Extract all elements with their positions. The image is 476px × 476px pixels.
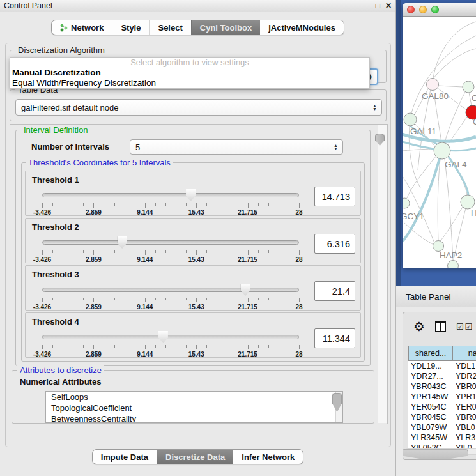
tab-label: jActiveMNodules (268, 23, 335, 33)
table-rows: YDL19...YDL1YDR27...YDR2YBR043CYBR0YPR14… (408, 361, 476, 453)
close-window-icon[interactable]: ✕ (385, 1, 392, 10)
threshold-panel: Threshold 1 -3.4262.8599.14415.4321.7152… (25, 171, 361, 216)
attribute-list-item[interactable]: TopologicalCoefficient (46, 403, 342, 413)
attribute-list-item[interactable]: BetweennessCentrality (46, 413, 342, 423)
screen: Control Panel □ ✕ NetworkStyleSelectCyni… (0, 0, 476, 476)
dropdown-option[interactable]: Manual Discretization (10, 68, 369, 78)
table-row[interactable]: YER054CYER0 (408, 402, 476, 412)
threshold-value-field[interactable] (314, 328, 355, 348)
network-node[interactable] (427, 79, 439, 91)
scrollbar-thumb[interactable] (375, 134, 385, 146)
table-cell: YBR0 (453, 412, 476, 422)
bottom-tab-segments: Impute DataDiscretize DataInfer Network (92, 449, 304, 464)
attributes-scrollbar[interactable] (335, 392, 342, 422)
dropdown-prompt[interactable]: Select algorithm to view settings (10, 58, 369, 68)
attribute-list-item[interactable]: SelfLoops (46, 392, 342, 403)
slider-track[interactable] (42, 288, 299, 292)
slider-thumb[interactable] (186, 189, 196, 201)
slider-thumb[interactable] (118, 236, 127, 249)
threshold-value-field[interactable] (314, 234, 355, 254)
slider-track[interactable] (42, 193, 299, 197)
network-node[interactable] (433, 241, 444, 252)
table-horizontal-scrollbar[interactable] (404, 448, 476, 455)
table-panel-body: ⚙ ☑☑ shared...name YDL19...YDL1YDR27...Y… (396, 307, 476, 476)
network-edge[interactable] (445, 159, 453, 260)
threshold-panel: Threshold 4 -3.4262.8599.14415.4321.7152… (25, 312, 361, 358)
algorithm-dropdown-popup: Select algorithm to view settings Manual… (10, 57, 370, 89)
network-window-titlebar (403, 3, 476, 17)
tab-cyni-toolbox[interactable]: Cyni Toolbox (191, 20, 260, 35)
tab-jactivemnodules[interactable]: jActiveMNodules (260, 20, 344, 35)
settings-vertical-scrollbar[interactable] (378, 125, 387, 423)
table-row[interactable]: YBR045CYBR0 (408, 412, 476, 422)
table-row[interactable]: YLR345WYLR3 (408, 433, 476, 443)
gear-icon[interactable]: ⚙ (413, 320, 425, 333)
slider-ticks (42, 203, 299, 208)
threshold-slider[interactable]: -3.4262.8599.14415.4321.71528 (42, 235, 299, 262)
checkbox-icon[interactable]: ☑ (465, 322, 473, 332)
slider-track[interactable] (42, 240, 299, 245)
zoom-traffic-light-icon[interactable] (431, 6, 439, 13)
network-node[interactable] (434, 142, 450, 159)
group-title: Threshold's Coordinates for 5 Intervals (26, 158, 173, 167)
tab-network[interactable]: Network (52, 20, 112, 35)
network-node[interactable] (448, 261, 459, 268)
network-edge[interactable] (438, 159, 440, 240)
table-row[interactable]: YBR043CYBR0 (408, 381, 476, 392)
table-cell: YBR045C (408, 412, 453, 422)
threshold-panel: Threshold 2 -3.4262.8599.14415.4321.7152… (25, 218, 361, 263)
tab-select[interactable]: Select (149, 20, 190, 35)
dropdown-option[interactable]: Equal Width/Frequency Discretization (10, 78, 369, 88)
table-toolbar: ⚙ ☑☑ (403, 312, 476, 341)
network-node[interactable] (461, 195, 475, 209)
table-column-header[interactable]: shared... (408, 346, 453, 361)
tab-style[interactable]: Style (112, 20, 149, 35)
network-edge[interactable] (438, 86, 463, 87)
network-edge[interactable] (433, 22, 476, 78)
table-row[interactable]: YDR27...YDR2 (408, 371, 476, 381)
slider-thumb[interactable] (241, 284, 250, 296)
tab-infer-network[interactable]: Infer Network (233, 450, 303, 464)
network-node-label: H (471, 208, 476, 218)
threshold-panel: Threshold 3 -3.4262.8599.14415.4321.7152… (25, 265, 361, 311)
table-data-combobox[interactable]: galFiltered.sif default node ▲▼ (15, 99, 382, 116)
network-view-window[interactable]: GAL80GACGAL11GAL4GCY1HHAP2 (403, 3, 476, 268)
slider-thumb[interactable] (158, 331, 168, 343)
slider-track[interactable] (42, 335, 299, 339)
tab-label: Infer Network (242, 452, 295, 462)
columns-icon[interactable] (435, 321, 446, 332)
threshold-value-field[interactable] (314, 281, 355, 301)
threshold-value-field[interactable] (314, 187, 355, 206)
table-data-group: Table Data galFiltered.sif default node … (10, 89, 387, 121)
network-edge[interactable] (433, 49, 476, 79)
minimize-traffic-light-icon[interactable] (419, 6, 427, 13)
window-title: Control Panel (4, 1, 371, 10)
checkbox-icons: ☑☑ (456, 322, 472, 332)
interval-definition-group: Interval Definition Number of Intervals … (15, 130, 371, 366)
threshold-slider[interactable]: -3.4262.8599.14415.4321.71528 (42, 282, 299, 309)
combo-arrows-icon: ▲▼ (372, 104, 377, 111)
table-row[interactable]: YPR145WYPR1 (408, 392, 476, 402)
control-panel-titlebar: Control Panel □ ✕ (0, 0, 395, 12)
number-of-intervals-combobox[interactable]: 5 ▲▼ (130, 139, 343, 155)
desktop-strip (396, 0, 401, 286)
float-window-icon[interactable]: □ (376, 1, 380, 10)
tab-discretize-data[interactable]: Discretize Data (157, 450, 233, 464)
scrollbar-thumb[interactable] (403, 449, 468, 460)
network-graph-canvas[interactable]: GAL80GACGAL11GAL4GCY1HHAP2 (403, 17, 476, 268)
threshold-slider[interactable]: -3.4262.8599.14415.4321.71528 (42, 188, 299, 215)
table-column-header[interactable]: name (453, 346, 476, 361)
slider-tick-labels: -3.4262.8599.14415.4321.71528 (42, 351, 299, 358)
checkbox-icon[interactable]: ☑ (456, 322, 464, 332)
network-node[interactable] (404, 113, 417, 126)
top-tab-bar: NetworkStyleSelectCyni ToolboxjActiveMNo… (0, 20, 395, 35)
tab-impute-data[interactable]: Impute Data (93, 450, 157, 464)
threshold-slider[interactable]: -3.4262.8599.14415.4321.71528 (42, 330, 299, 357)
table-row[interactable]: YBL079WYBL0 (408, 422, 476, 433)
close-traffic-light-icon[interactable] (407, 6, 415, 13)
table-row[interactable]: YDL19...YDL1 (408, 361, 476, 371)
table-cell: YDL1 (453, 361, 476, 371)
network-node[interactable] (403, 198, 410, 208)
network-node[interactable] (463, 81, 474, 93)
threshold-label: Threshold 1 (32, 175, 79, 185)
